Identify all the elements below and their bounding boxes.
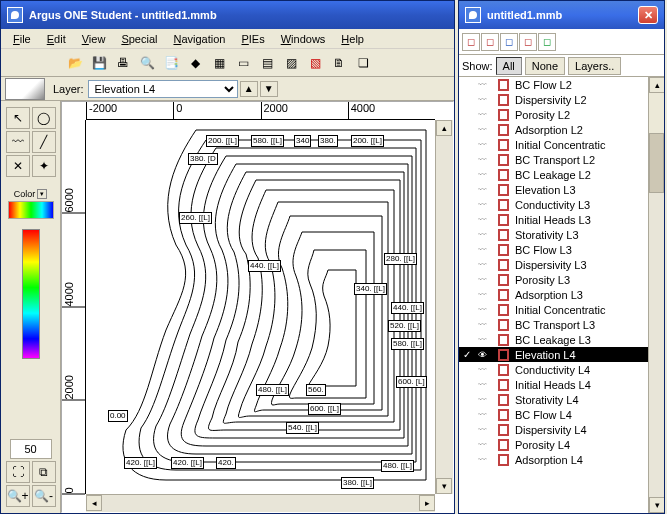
layer-select[interactable]: Elevation L4 — [88, 80, 238, 98]
contour-label[interactable]: 200. [[L] — [351, 135, 384, 147]
menu-pies[interactable]: PIEs — [233, 31, 272, 47]
contour-label[interactable]: 580. [[L] — [391, 338, 424, 350]
layer-item[interactable]: 〰Storativity L4 — [459, 392, 648, 407]
contour-label[interactable]: 280. [[L] — [384, 253, 417, 265]
contour-label[interactable]: 440. [[L] — [248, 260, 281, 272]
tb-grid-icon[interactable]: ▤ — [256, 52, 278, 74]
lyr-btn3-icon[interactable]: ◻ — [500, 33, 518, 51]
contour-label[interactable]: 380. [D — [188, 153, 218, 165]
layer-visibility-icon[interactable]: 〰 — [478, 305, 492, 315]
tool-point-icon[interactable]: ✦ — [32, 155, 56, 177]
show-all-button[interactable]: All — [496, 57, 522, 75]
layer-item[interactable]: 〰Initial Heads L3 — [459, 212, 648, 227]
lyr-btn5-icon[interactable]: ◻ — [538, 33, 556, 51]
lyr-btn1-icon[interactable]: ◻ — [462, 33, 480, 51]
map-canvas[interactable]: 200. [[L]580. [[L]340380.200. [[L]380. [… — [86, 120, 435, 494]
layer-item[interactable]: 〰Initial Heads L4 — [459, 377, 648, 392]
contour-label[interactable]: 200. [[L] — [206, 135, 239, 147]
scrollbar-vertical[interactable]: ▴ ▾ — [435, 120, 453, 494]
contour-label[interactable]: 540. [[L] — [286, 422, 319, 434]
tb-red-icon[interactable]: ▧ — [304, 52, 326, 74]
tb-cube-icon[interactable]: ▦ — [208, 52, 230, 74]
layer-item[interactable]: 〰Porosity L4 — [459, 437, 648, 452]
tb-open-icon[interactable]: 📂 — [64, 52, 86, 74]
tool-node-icon[interactable]: ✕ — [6, 155, 30, 177]
layer-visibility-icon[interactable]: 〰 — [478, 410, 492, 420]
layer-visibility-icon[interactable]: 〰 — [478, 80, 492, 90]
contour-label[interactable]: 600. [[L] — [308, 403, 341, 415]
contour-label[interactable]: 580. [[L] — [251, 135, 284, 147]
layer-item[interactable]: 〰Porosity L3 — [459, 272, 648, 287]
layer-visibility-icon[interactable]: 〰 — [478, 140, 492, 150]
contour-label[interactable]: 560. — [306, 384, 326, 396]
layer-item[interactable]: 〰Dispersivity L4 — [459, 422, 648, 437]
tool-contour-icon[interactable]: 〰 — [6, 131, 30, 153]
tool-arrow-icon[interactable]: ↖ — [6, 107, 30, 129]
layer-item[interactable]: 〰Dispersivity L2 — [459, 92, 648, 107]
tb-print-icon[interactable]: 🖶 — [112, 52, 134, 74]
layer-up-icon[interactable]: ▲ — [240, 81, 258, 97]
layer-visibility-icon[interactable]: 〰 — [478, 125, 492, 135]
layer-item[interactable]: ✓👁Elevation L4 — [459, 347, 648, 362]
layer-item[interactable]: 〰Conductivity L3 — [459, 197, 648, 212]
layer-item[interactable]: 〰BC Leakage L3 — [459, 332, 648, 347]
layer-visibility-icon[interactable]: 〰 — [478, 320, 492, 330]
layer-visibility-icon[interactable]: 〰 — [478, 245, 492, 255]
menu-special[interactable]: Special — [113, 31, 165, 47]
layer-item[interactable]: 〰Adsorption L2 — [459, 122, 648, 137]
layers-scroll-thumb[interactable] — [649, 133, 664, 193]
menu-file[interactable]: File — [5, 31, 39, 47]
tool-lasso-icon[interactable]: ◯ — [32, 107, 56, 129]
layers-scrollbar[interactable]: ▴ ▾ — [648, 77, 664, 513]
layers-titlebar[interactable]: untitled1.mmb ✕ — [459, 1, 664, 29]
contour-label[interactable]: 480. [[L] — [256, 384, 289, 396]
layer-visibility-icon[interactable]: 〰 — [478, 395, 492, 405]
layer-visibility-icon[interactable]: 〰 — [478, 440, 492, 450]
layer-visibility-icon[interactable]: 〰 — [478, 365, 492, 375]
layer-visibility-icon[interactable]: 〰 — [478, 455, 492, 465]
tb-layers-icon[interactable]: 📑 — [160, 52, 182, 74]
zoom-input[interactable] — [10, 439, 52, 459]
scroll-up-icon[interactable]: ▴ — [436, 120, 452, 136]
titlebar[interactable]: Argus ONE Student - untitled1.mmb — [1, 1, 454, 29]
layer-visibility-icon[interactable]: 👁 — [478, 350, 492, 360]
layer-visibility-icon[interactable]: 〰 — [478, 290, 492, 300]
layer-visibility-icon[interactable]: 〰 — [478, 185, 492, 195]
menu-navigation[interactable]: Navigation — [165, 31, 233, 47]
tb-box-icon[interactable]: ▭ — [232, 52, 254, 74]
layer-item[interactable]: 〰BC Leakage L2 — [459, 167, 648, 182]
color-strip[interactable] — [22, 229, 40, 359]
layer-item[interactable]: 〰Adsorption L3 — [459, 287, 648, 302]
layer-visibility-icon[interactable]: 〰 — [478, 425, 492, 435]
scroll-left-icon[interactable]: ◂ — [86, 495, 102, 511]
scroll-down-icon[interactable]: ▾ — [436, 478, 452, 494]
layers-scroll-up-icon[interactable]: ▴ — [649, 77, 664, 93]
layers-scroll-down-icon[interactable]: ▾ — [649, 497, 664, 513]
layers-button[interactable]: Layers.. — [568, 57, 621, 75]
tb-line-icon[interactable]: ▨ — [280, 52, 302, 74]
layer-down-icon[interactable]: ▼ — [260, 81, 278, 97]
layer-item[interactable]: 〰Dispersivity L3 — [459, 257, 648, 272]
layer-item[interactable]: 〰Adsorption L4 — [459, 452, 648, 467]
tb-find-icon[interactable]: 🔍 — [136, 52, 158, 74]
layer-item[interactable]: 〰BC Flow L4 — [459, 407, 648, 422]
tool-zoomarea-icon[interactable]: ⧉ — [32, 461, 56, 483]
layer-visibility-icon[interactable]: 〰 — [478, 275, 492, 285]
color-dropdown-icon[interactable]: ▾ — [37, 189, 47, 199]
show-none-button[interactable]: None — [525, 57, 565, 75]
tb-book-icon[interactable]: ❏ — [352, 52, 374, 74]
tool-line-icon[interactable]: ╱ — [32, 131, 56, 153]
tb-doc-icon[interactable]: 🗎 — [328, 52, 350, 74]
layer-visibility-icon[interactable]: 〰 — [478, 200, 492, 210]
contour-label[interactable]: 420. [[L] — [124, 457, 157, 469]
contour-label[interactable]: 440. [[L] — [391, 302, 424, 314]
lyr-btn4-icon[interactable]: ◻ — [519, 33, 537, 51]
tb-stack-icon[interactable]: ◆ — [184, 52, 206, 74]
tool-zoomout-icon[interactable]: 🔍- — [32, 485, 56, 507]
layer-item[interactable]: 〰Initial Concentratic — [459, 302, 648, 317]
tool-zoomfit-icon[interactable]: ⛶ — [6, 461, 30, 483]
contour-label[interactable]: 340 — [294, 135, 311, 147]
lyr-btn2-icon[interactable]: ◻ — [481, 33, 499, 51]
contour-label[interactable]: 420. [[L] — [171, 457, 204, 469]
contour-label[interactable]: 420. — [216, 457, 236, 469]
